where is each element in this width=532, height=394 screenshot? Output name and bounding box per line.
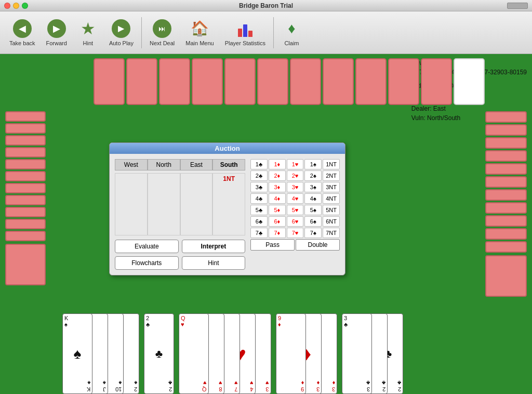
- bid-1s[interactable]: 1♠: [304, 159, 322, 169]
- bid-grid-container: 1♣ 1♦ 1♥ 1♠ 1NT 2♣ 2♦ 2♥ 2♠ 2NT 3♣ 3♦ 3♥…: [250, 159, 340, 270]
- auto-play-button[interactable]: ▶ Auto Play: [105, 17, 138, 48]
- separator-1: [141, 17, 142, 48]
- north-card-4: [192, 58, 223, 105]
- bid-1nt[interactable]: 1NT: [323, 159, 340, 169]
- bid-4nt[interactable]: 4NT: [323, 193, 340, 204]
- east-card-5: [485, 163, 527, 175]
- auction-content: West North East South 1NT Evaluate Inter…: [110, 154, 345, 275]
- claim-label: Claim: [284, 40, 299, 46]
- north-card-10: [388, 58, 419, 105]
- col-south: South: [212, 159, 245, 170]
- west-card-2: [5, 123, 46, 134]
- player-statistics-button[interactable]: Player Statistics: [221, 17, 270, 48]
- auto-play-label: Auto Play: [109, 40, 134, 46]
- west-hand: [5, 111, 46, 285]
- forward-icon: ▶: [47, 19, 66, 38]
- east-card-9: [485, 215, 527, 227]
- south-card-3-club[interactable]: 3♣ 3♣: [342, 313, 372, 394]
- minimize-button[interactable]: [13, 3, 19, 9]
- hint-button[interactable]: ★ Hint: [74, 17, 102, 48]
- south-card-q-heart[interactable]: Q♥ Q♥: [179, 313, 209, 394]
- north-card-8: [323, 58, 354, 105]
- west-card-8: [5, 195, 46, 205]
- bid-north: [148, 173, 180, 235]
- bid-2s[interactable]: 2♠: [304, 170, 322, 181]
- east-card-8: [485, 202, 527, 214]
- south-diamonds-group: 9♦ 9♦ 3♦ ♦ 3♦ 3♦ 3♦: [276, 313, 338, 394]
- bid-3s[interactable]: 3♠: [304, 182, 322, 192]
- hint-dialog-button[interactable]: Hint: [182, 256, 246, 270]
- claim-icon: ♦: [282, 19, 301, 38]
- north-hand: [94, 58, 485, 105]
- auction-title: Auction: [110, 143, 345, 154]
- auction-bids-grid: 1NT: [115, 173, 245, 235]
- bid-5s[interactable]: 5♠: [304, 205, 322, 215]
- bid-5h[interactable]: 5♥: [287, 205, 304, 215]
- east-card-3: [485, 137, 527, 149]
- east-card-1: [485, 111, 527, 123]
- bid-2nt[interactable]: 2NT: [323, 170, 340, 181]
- bid-5d[interactable]: 5♦: [269, 205, 286, 215]
- bid-1d[interactable]: 1♦: [269, 159, 286, 169]
- take-back-icon: ◀: [13, 19, 32, 38]
- bid-3d[interactable]: 3♦: [269, 182, 286, 192]
- interpret-button[interactable]: Interpret: [182, 240, 246, 253]
- flowcharts-button[interactable]: Flowcharts: [115, 256, 179, 270]
- bid-1c[interactable]: 1♣: [250, 159, 268, 169]
- traffic-lights: [4, 3, 28, 9]
- pass-double-row: Pass Double: [250, 239, 340, 251]
- close-button[interactable]: [4, 3, 10, 9]
- col-west: West: [115, 159, 148, 170]
- bid-2c[interactable]: 2♣: [250, 170, 268, 181]
- bid-6h[interactable]: 6♥: [287, 216, 304, 227]
- main-menu-label: Main Menu: [185, 40, 214, 46]
- next-deal-icon: ⏭: [153, 19, 171, 38]
- north-card-2: [126, 58, 157, 105]
- south-card-2-club-single[interactable]: 2♣ ♣ 2♣: [144, 313, 174, 394]
- auction-header: West North East South: [115, 159, 245, 170]
- south-hearts-group: Q♥ Q♥ 8♥ 8♥ 7♥ 7♥ 4♥ ♥ 4♥ 3♥ 3♥: [179, 313, 272, 394]
- bid-6nt[interactable]: 6NT: [323, 216, 340, 227]
- bid-7nt[interactable]: 7NT: [323, 228, 340, 238]
- bid-5c[interactable]: 5♣: [250, 205, 268, 215]
- bid-6c[interactable]: 6♣: [250, 216, 268, 227]
- bid-2h[interactable]: 2♥: [287, 170, 304, 181]
- forward-label: Forward: [46, 40, 67, 46]
- bid-4h[interactable]: 4♥: [287, 193, 304, 204]
- south-card-9-diamond[interactable]: 9♦ 9♦: [276, 313, 306, 394]
- east-card-7: [485, 189, 527, 201]
- take-back-button[interactable]: ◀ Take back: [5, 17, 39, 48]
- main-menu-button[interactable]: 🏠 Main Menu: [181, 17, 218, 48]
- bid-2d[interactable]: 2♦: [269, 170, 286, 181]
- maximize-button[interactable]: [22, 3, 28, 9]
- bid-south: 1NT: [212, 173, 245, 235]
- bid-3c[interactable]: 3♣: [250, 182, 268, 192]
- pass-button[interactable]: Pass: [250, 239, 295, 251]
- south-card-k-spade[interactable]: K♠ ♠ K♠: [62, 313, 92, 394]
- take-back-label: Take back: [9, 40, 35, 46]
- west-card-10: [5, 219, 46, 229]
- bid-7s[interactable]: 7♠: [304, 228, 322, 238]
- west-card-4: [5, 147, 46, 157]
- bid-3h[interactable]: 3♥: [287, 182, 304, 192]
- north-card-5: [224, 58, 256, 105]
- double-button[interactable]: Double: [296, 239, 340, 251]
- bid-4d[interactable]: 4♦: [269, 193, 286, 204]
- bid-1h[interactable]: 1♥: [287, 159, 304, 169]
- bid-7d[interactable]: 7♦: [269, 228, 286, 238]
- east-card-2: [485, 124, 527, 136]
- forward-button[interactable]: ▶ Forward: [42, 17, 71, 48]
- claim-button[interactable]: ♦ Claim: [277, 17, 306, 48]
- bid-7c[interactable]: 7♣: [250, 228, 268, 238]
- bid-6s[interactable]: 6♠: [304, 216, 322, 227]
- bid-7h[interactable]: 7♥: [287, 228, 304, 238]
- next-deal-button[interactable]: ⏭ Next Deal: [145, 17, 179, 48]
- bid-4s[interactable]: 4♠: [304, 193, 322, 204]
- evaluate-button[interactable]: Evaluate: [115, 240, 179, 253]
- bid-3nt[interactable]: 3NT: [323, 182, 340, 192]
- bid-5nt[interactable]: 5NT: [323, 205, 340, 215]
- bid-4c[interactable]: 4♣: [250, 193, 268, 204]
- south-spades-group: K♠ ♠ K♠ J♠ J♠ 10♠ 10♠ 2♠ 2♠: [62, 313, 140, 394]
- west-card-3: [5, 135, 46, 146]
- bid-6d[interactable]: 6♦: [269, 216, 286, 227]
